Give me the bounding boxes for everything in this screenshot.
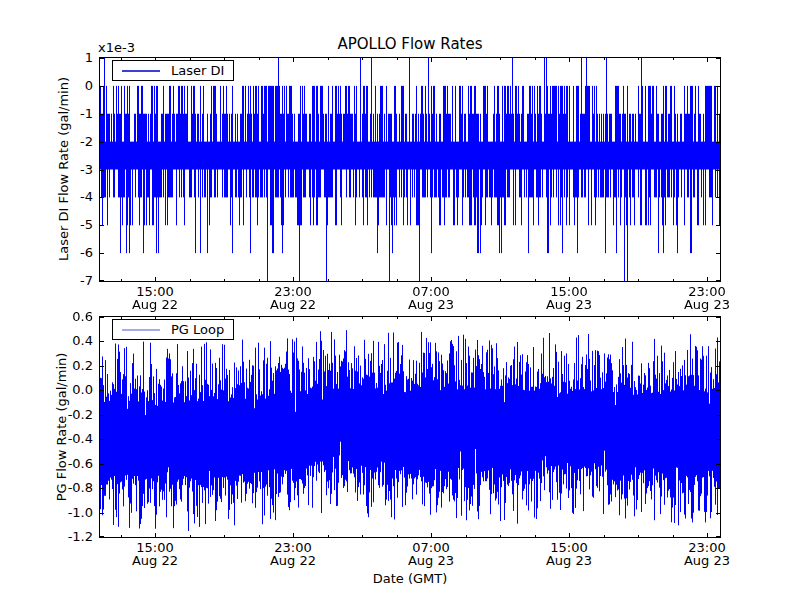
x-tick-label-date: Aug 23 xyxy=(391,554,471,567)
x-tick-label-date: Aug 22 xyxy=(253,298,333,311)
chart-title: APOLLO Flow Rates xyxy=(100,35,720,53)
laser-di-legend: Laser DI xyxy=(112,60,234,81)
y-tick-label: -3 xyxy=(51,163,93,177)
figure: APOLLO Flow Rates x1e-3 Laser DI Flow Ra… xyxy=(0,0,800,600)
pg-loop-legend-line-sample xyxy=(122,329,160,331)
x-tick-label-date: Aug 23 xyxy=(667,554,747,567)
y-tick-label: 0.2 xyxy=(51,359,93,373)
y-tick-label: 0.4 xyxy=(51,334,93,348)
y-tick-label: -0.2 xyxy=(51,408,93,422)
y-tick-label: 1 xyxy=(51,51,93,65)
y-tick-label: -5 xyxy=(51,218,93,232)
laser-di-series-line xyxy=(100,58,720,281)
x-tick-label-date: Aug 22 xyxy=(115,554,195,567)
y-tick-label: -1 xyxy=(51,107,93,121)
y-tick-label: -7 xyxy=(51,274,93,288)
laser-di-legend-line-sample xyxy=(122,70,160,72)
y-tick-label: 0.6 xyxy=(51,310,93,324)
x-tick-label-date: Aug 23 xyxy=(667,298,747,311)
y-tick-label: -6 xyxy=(51,246,93,260)
pg-loop-series-line xyxy=(100,317,720,537)
x-tick-label-date: Aug 22 xyxy=(115,298,195,311)
x-axis-label: Date (GMT) xyxy=(100,571,720,586)
y-tick-label: 0.0 xyxy=(51,383,93,397)
x-tick-label-date: Aug 23 xyxy=(391,298,471,311)
y-tick-label: -0.4 xyxy=(51,432,93,446)
x-tick-label-date: Aug 23 xyxy=(529,554,609,567)
y-tick-label: -2 xyxy=(51,135,93,149)
x-tick-label-date: Aug 23 xyxy=(529,298,609,311)
y-tick-label: 0 xyxy=(51,79,93,93)
pg-loop-plot-area: PG Loop xyxy=(99,316,721,538)
x-tick-label-date: Aug 22 xyxy=(253,554,333,567)
laser-di-plot-area: Laser DI xyxy=(99,57,721,282)
laser-di-legend-label: Laser DI xyxy=(171,63,224,78)
pg-loop-legend: PG Loop xyxy=(112,319,234,340)
y-tick-label: -0.6 xyxy=(51,457,93,471)
y-tick-label: -4 xyxy=(51,190,93,204)
pg-loop-legend-label: PG Loop xyxy=(171,322,224,337)
y-tick-label: -1.2 xyxy=(51,530,93,544)
y-tick-label: -0.8 xyxy=(51,481,93,495)
y-tick-label: -1.0 xyxy=(51,506,93,520)
y-axis-offset-text: x1e-3 xyxy=(98,40,135,55)
